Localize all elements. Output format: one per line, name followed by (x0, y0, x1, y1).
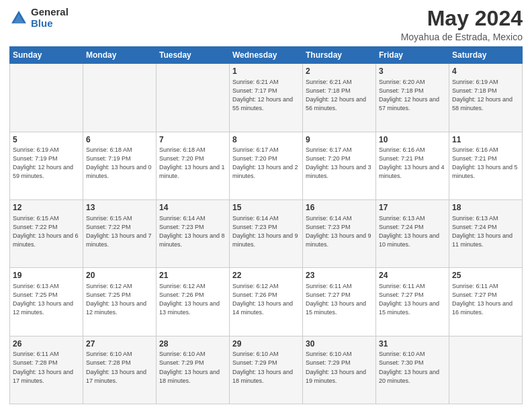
day-number: 12 (13, 202, 80, 214)
day-number: 16 (306, 202, 373, 214)
day-info: Sunrise: 6:10 AMSunset: 7:29 PMDaylight:… (232, 350, 300, 385)
day-info: Sunrise: 6:12 AMSunset: 7:26 PMDaylight:… (232, 282, 300, 317)
day-number: 10 (379, 134, 446, 146)
col-saturday: Saturday (449, 47, 523, 64)
day-info: Sunrise: 6:10 AMSunset: 7:29 PMDaylight:… (159, 350, 226, 385)
week-row-2: 5Sunrise: 6:19 AMSunset: 7:19 PMDaylight… (10, 132, 523, 199)
day-info: Sunrise: 6:10 AMSunset: 7:30 PMDaylight:… (379, 350, 446, 385)
day-number: 7 (159, 134, 226, 146)
calendar-body: 1Sunrise: 6:21 AMSunset: 7:17 PMDaylight… (10, 64, 523, 404)
day-cell: 25Sunrise: 6:11 AMSunset: 7:27 PMDayligh… (449, 268, 523, 336)
day-cell: 3Sunrise: 6:20 AMSunset: 7:18 PMDaylight… (376, 64, 449, 132)
day-cell (157, 64, 230, 132)
day-number: 5 (13, 134, 80, 146)
day-info: Sunrise: 6:13 AMSunset: 7:24 PMDaylight:… (452, 214, 519, 249)
day-info: Sunrise: 6:19 AMSunset: 7:18 PMDaylight:… (452, 78, 519, 113)
day-cell: 27Sunrise: 6:10 AMSunset: 7:28 PMDayligh… (83, 336, 157, 404)
col-tuesday: Tuesday (157, 47, 230, 64)
col-monday: Monday (83, 47, 157, 64)
day-cell (83, 64, 157, 132)
day-info: Sunrise: 6:17 AMSunset: 7:20 PMDaylight:… (232, 146, 300, 181)
day-cell: 30Sunrise: 6:10 AMSunset: 7:29 PMDayligh… (303, 336, 376, 404)
day-number: 29 (232, 338, 300, 350)
day-cell: 17Sunrise: 6:13 AMSunset: 7:24 PMDayligh… (376, 199, 449, 267)
day-cell (449, 336, 523, 404)
day-info: Sunrise: 6:14 AMSunset: 7:23 PMDaylight:… (159, 214, 226, 249)
week-row-4: 19Sunrise: 6:13 AMSunset: 7:25 PMDayligh… (10, 268, 523, 336)
day-number: 3 (379, 66, 446, 77)
day-info: Sunrise: 6:16 AMSunset: 7:21 PMDaylight:… (452, 146, 519, 181)
day-number: 8 (232, 134, 300, 146)
day-number: 18 (452, 202, 519, 214)
day-cell: 9Sunrise: 6:17 AMSunset: 7:20 PMDaylight… (303, 132, 376, 199)
day-cell: 28Sunrise: 6:10 AMSunset: 7:29 PMDayligh… (157, 336, 230, 404)
day-number: 26 (13, 338, 80, 350)
day-info: Sunrise: 6:16 AMSunset: 7:21 PMDaylight:… (379, 146, 446, 181)
day-cell (10, 64, 83, 132)
day-info: Sunrise: 6:18 AMSunset: 7:20 PMDaylight:… (159, 146, 226, 181)
day-cell: 13Sunrise: 6:15 AMSunset: 7:22 PMDayligh… (83, 199, 157, 267)
day-cell: 5Sunrise: 6:19 AMSunset: 7:19 PMDaylight… (10, 132, 83, 199)
day-cell: 10Sunrise: 6:16 AMSunset: 7:21 PMDayligh… (376, 132, 449, 199)
col-wednesday: Wednesday (230, 47, 303, 64)
day-number: 11 (452, 134, 519, 146)
calendar-header: Sunday Monday Tuesday Wednesday Thursday… (10, 47, 523, 64)
logo-text: General Blue (31, 7, 69, 29)
day-cell: 22Sunrise: 6:12 AMSunset: 7:26 PMDayligh… (230, 268, 303, 336)
main-title: May 2024 (401, 7, 523, 30)
day-number: 28 (159, 338, 226, 350)
day-info: Sunrise: 6:10 AMSunset: 7:29 PMDaylight:… (306, 350, 373, 385)
day-info: Sunrise: 6:19 AMSunset: 7:19 PMDaylight:… (13, 146, 80, 181)
week-row-3: 12Sunrise: 6:15 AMSunset: 7:22 PMDayligh… (10, 199, 523, 267)
week-row-5: 26Sunrise: 6:11 AMSunset: 7:28 PMDayligh… (10, 336, 523, 404)
day-number: 30 (306, 338, 373, 350)
day-cell: 7Sunrise: 6:18 AMSunset: 7:20 PMDaylight… (157, 132, 230, 199)
col-thursday: Thursday (303, 47, 376, 64)
day-info: Sunrise: 6:13 AMSunset: 7:24 PMDaylight:… (379, 214, 446, 249)
day-info: Sunrise: 6:14 AMSunset: 7:23 PMDaylight:… (232, 214, 300, 249)
day-number: 9 (306, 134, 373, 146)
subtitle: Moyahua de Estrada, Mexico (401, 32, 523, 42)
logo-icon (9, 9, 28, 28)
day-number: 25 (452, 270, 519, 281)
day-info: Sunrise: 6:21 AMSunset: 7:17 PMDaylight:… (232, 78, 300, 113)
day-cell: 4Sunrise: 6:19 AMSunset: 7:18 PMDaylight… (449, 64, 523, 132)
day-cell: 18Sunrise: 6:13 AMSunset: 7:24 PMDayligh… (449, 199, 523, 267)
day-cell: 19Sunrise: 6:13 AMSunset: 7:25 PMDayligh… (10, 268, 83, 336)
day-number: 1 (232, 66, 300, 77)
day-cell: 6Sunrise: 6:18 AMSunset: 7:19 PMDaylight… (83, 132, 157, 199)
day-number: 2 (306, 66, 373, 77)
day-info: Sunrise: 6:15 AMSunset: 7:22 PMDaylight:… (13, 214, 80, 249)
day-number: 31 (379, 338, 446, 350)
day-cell: 14Sunrise: 6:14 AMSunset: 7:23 PMDayligh… (157, 199, 230, 267)
day-number: 13 (86, 202, 153, 214)
day-number: 27 (86, 338, 153, 350)
day-cell: 20Sunrise: 6:12 AMSunset: 7:25 PMDayligh… (83, 268, 157, 336)
page: General Blue May 2024 Moyahua de Estrada… (0, 0, 532, 411)
day-cell: 31Sunrise: 6:10 AMSunset: 7:30 PMDayligh… (376, 336, 449, 404)
day-cell: 23Sunrise: 6:11 AMSunset: 7:27 PMDayligh… (303, 268, 376, 336)
calendar-table: Sunday Monday Tuesday Wednesday Thursday… (9, 46, 523, 404)
day-info: Sunrise: 6:11 AMSunset: 7:27 PMDaylight:… (452, 282, 519, 317)
day-cell: 12Sunrise: 6:15 AMSunset: 7:22 PMDayligh… (10, 199, 83, 267)
day-cell: 1Sunrise: 6:21 AMSunset: 7:17 PMDaylight… (230, 64, 303, 132)
logo: General Blue (9, 7, 69, 29)
col-friday: Friday (376, 47, 449, 64)
day-number: 24 (379, 270, 446, 281)
day-number: 22 (232, 270, 300, 281)
day-info: Sunrise: 6:11 AMSunset: 7:27 PMDaylight:… (379, 282, 446, 317)
day-info: Sunrise: 6:12 AMSunset: 7:26 PMDaylight:… (159, 282, 226, 317)
logo-general-text: General (31, 7, 69, 18)
day-cell: 29Sunrise: 6:10 AMSunset: 7:29 PMDayligh… (230, 336, 303, 404)
week-row-1: 1Sunrise: 6:21 AMSunset: 7:17 PMDaylight… (10, 64, 523, 132)
day-info: Sunrise: 6:17 AMSunset: 7:20 PMDaylight:… (306, 146, 373, 181)
day-number: 19 (13, 270, 80, 281)
day-cell: 16Sunrise: 6:14 AMSunset: 7:23 PMDayligh… (303, 199, 376, 267)
day-info: Sunrise: 6:10 AMSunset: 7:28 PMDaylight:… (86, 350, 153, 385)
header: General Blue May 2024 Moyahua de Estrada… (9, 7, 523, 42)
day-number: 6 (86, 134, 153, 146)
day-info: Sunrise: 6:18 AMSunset: 7:19 PMDaylight:… (86, 146, 153, 181)
day-cell: 24Sunrise: 6:11 AMSunset: 7:27 PMDayligh… (376, 268, 449, 336)
day-cell: 2Sunrise: 6:21 AMSunset: 7:18 PMDaylight… (303, 64, 376, 132)
title-block: May 2024 Moyahua de Estrada, Mexico (401, 7, 523, 42)
